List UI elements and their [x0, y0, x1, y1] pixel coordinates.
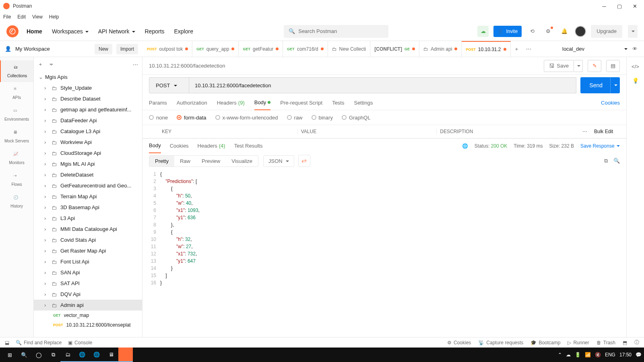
tree-item[interactable]: ›🗀Workview Api — [34, 137, 142, 148]
import-button[interactable]: Import — [116, 44, 138, 54]
search-response-icon[interactable]: 🔍 — [613, 158, 620, 164]
toggle-sidebar-icon[interactable]: ⬓ — [5, 340, 9, 346]
tb-monitor-icon[interactable]: 🖥 — [104, 348, 118, 362]
request-tab-settings[interactable]: Settings — [354, 96, 373, 110]
copy-icon[interactable]: ⧉ — [604, 158, 608, 164]
body-type-radio[interactable]: none — [149, 115, 168, 121]
window-minimize-icon[interactable]: ─ — [601, 3, 607, 9]
globe-icon[interactable]: 🌐 — [462, 143, 468, 149]
request-tab-tests[interactable]: Tests — [332, 96, 344, 110]
tb-battery-icon[interactable]: 🔋 — [575, 352, 581, 358]
response-tab-body[interactable]: Body — [149, 139, 161, 153]
code-gen-icon[interactable]: </> — [632, 64, 639, 70]
sidebar-more-icon[interactable]: ⋯ — [133, 62, 138, 68]
tb-search-icon[interactable]: 🔍 — [17, 348, 31, 362]
tab-0[interactable]: POSToutpost tok — [143, 41, 192, 57]
tab-add-button[interactable]: ＋ — [511, 41, 523, 57]
url-input[interactable]: 10.10.31.212:6000/facedetection — [189, 77, 576, 93]
tb-taskview-icon[interactable]: ⧉ — [46, 348, 60, 362]
tree-child[interactable]: POST10.10.31.212:6000/licenseplat — [34, 320, 142, 330]
request-tab-auth[interactable]: Authorization — [177, 96, 207, 110]
tab-4[interactable]: 🗀New Collecti — [328, 41, 371, 57]
tab-7-active[interactable]: POST10.10.31.2 — [462, 41, 510, 57]
tb-chrome2-icon[interactable]: 🌐 — [89, 348, 104, 362]
tree-item[interactable]: ›🗀Font List Api — [34, 256, 142, 267]
viewmode-button[interactable]: Preview — [196, 156, 226, 167]
body-type-radio[interactable]: x-www-form-urlencoded — [215, 115, 278, 121]
tab-6[interactable]: 🗀Admin api — [419, 41, 462, 57]
menu-help[interactable]: Help — [49, 14, 59, 20]
tree-item[interactable]: ›🗀DQV Api — [34, 289, 142, 300]
request-tab-pre-request[interactable]: Pre-request Script — [280, 96, 322, 110]
method-select[interactable]: POST — [149, 77, 189, 93]
tab-3[interactable]: GETcom716/d — [283, 41, 328, 57]
settings-icon[interactable]: ⚙ — [543, 26, 554, 37]
body-type-radio[interactable]: binary — [312, 115, 333, 121]
bulk-edit-link[interactable]: Bulk Edit — [594, 129, 626, 134]
rail-collections[interactable]: 🗂Collections — [0, 60, 33, 82]
tb-volume-icon[interactable]: 🔇 — [595, 352, 601, 358]
tree-item[interactable]: ›🗀SAN Api — [34, 267, 142, 278]
request-tab-headers[interactable]: Headers (9) — [217, 96, 245, 110]
footer-capture[interactable]: 📡 Capture requests — [478, 340, 523, 346]
edit-icon[interactable]: ✎ — [588, 60, 601, 72]
footer-trash[interactable]: 🗑 Trash — [597, 340, 615, 346]
window-close-icon[interactable]: ✕ — [632, 3, 638, 9]
layout-icon[interactable]: ▤ — [606, 60, 620, 72]
chevron-down-icon[interactable] — [623, 46, 627, 52]
body-type-radio[interactable]: form-data — [177, 115, 206, 121]
format-select[interactable]: JSON — [263, 155, 294, 167]
response-tab-headers[interactable]: Headers (4) — [198, 139, 225, 153]
tree-item[interactable]: ›🗀Admin api — [34, 300, 142, 311]
kv-more-icon[interactable]: ⋯ — [576, 129, 594, 134]
viewmode-button[interactable]: Raw — [174, 156, 196, 167]
notifications-icon[interactable]: 🔔 — [559, 26, 570, 37]
sidebar-add-icon[interactable]: ＋ — [38, 61, 43, 68]
tb-chevron-up-icon[interactable]: ⌃ — [558, 352, 562, 358]
window-maximize-icon[interactable]: ▢ — [617, 3, 622, 9]
body-type-radio[interactable]: GraphQL — [342, 115, 370, 121]
menu-edit[interactable]: Edit — [17, 14, 26, 20]
nav-workspaces[interactable]: Workspaces — [52, 28, 89, 35]
nav-explore[interactable]: Explore — [174, 28, 193, 35]
tooltips-icon[interactable]: ⟲ — [526, 26, 538, 37]
tree-item[interactable]: ›🗀Catalogue L3 Api — [34, 126, 142, 137]
upgrade-button[interactable]: Upgrade — [591, 25, 622, 38]
body-type-radio[interactable]: raw — [287, 115, 303, 121]
cookies-link[interactable]: Cookies — [601, 100, 620, 106]
postman-logo[interactable] — [6, 25, 19, 37]
footer-help-icon[interactable]: ⓘ — [634, 339, 639, 346]
tree-item[interactable]: ›🗀Get Raster Map Api — [34, 245, 142, 256]
tab-more-button[interactable]: ⋯ — [523, 41, 535, 57]
menu-file[interactable]: File — [3, 14, 11, 20]
tree-item[interactable]: ›🗀L3 Api — [34, 213, 142, 224]
menu-view[interactable]: View — [32, 14, 43, 20]
find-replace[interactable]: 🔍 Find and Replace — [16, 340, 62, 346]
tree-item[interactable]: ›🗀Style_Update — [34, 82, 142, 93]
rail-monitors[interactable]: 📈Monitors — [0, 147, 33, 169]
save-response-link[interactable]: Save Response — [580, 143, 620, 149]
tree-item[interactable]: ›🗀MMI Data Catalouge Api — [34, 224, 142, 234]
environment-select[interactable]: local_dev — [562, 46, 619, 52]
user-avatar[interactable] — [575, 26, 586, 37]
nav-home[interactable]: Home — [27, 28, 42, 35]
request-tab-params[interactable]: Params — [149, 96, 167, 110]
new-button[interactable]: New — [95, 44, 112, 54]
viewmode-button[interactable]: Visualize — [226, 156, 258, 167]
response-tab-test-results[interactable]: Test Results — [234, 139, 263, 153]
tree-item[interactable]: ›🗀getmap api and getfeatureinf... — [34, 104, 142, 115]
tb-cortana-icon[interactable]: ◯ — [31, 348, 46, 362]
workspace-title[interactable]: My Workspace — [15, 46, 91, 52]
tree-item[interactable]: ›🗀Mgis ML AI Api — [34, 158, 142, 169]
sync-icon[interactable]: ☁ — [477, 26, 489, 37]
tb-notification-icon[interactable]: 💬 — [636, 352, 642, 358]
sidebar-filter-icon[interactable]: ⫧ — [49, 62, 54, 68]
footer-cookies[interactable]: ⚙ Cookies — [447, 340, 471, 346]
eye-icon[interactable]: 👁 — [632, 46, 638, 52]
tree-item[interactable]: ›🗀GetFeaturecentroid and Geo... — [34, 180, 142, 191]
footer-panes-icon[interactable]: ⬒ — [623, 340, 627, 346]
tab-2[interactable]: GETgetFeatur — [239, 41, 283, 57]
save-button[interactable]: 🖫Save — [544, 60, 574, 72]
console-link[interactable]: ▣ Console — [68, 340, 92, 346]
wrap-icon[interactable]: ⮂ — [298, 155, 310, 167]
